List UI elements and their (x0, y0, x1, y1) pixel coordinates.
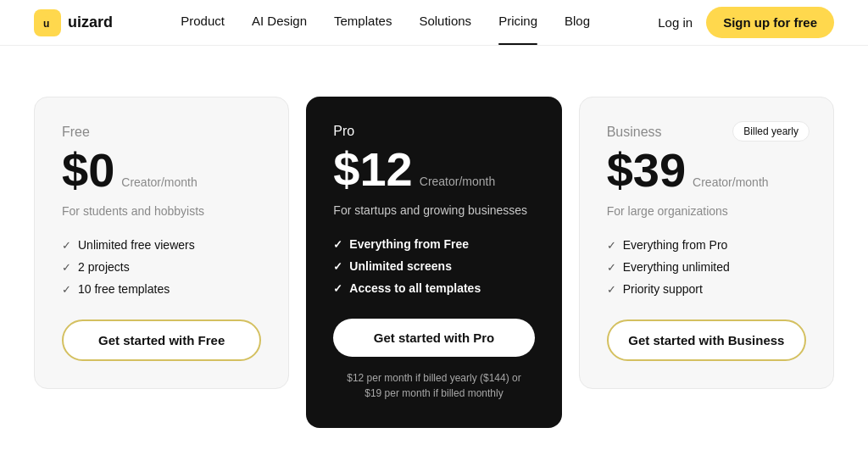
business-feature-2: ✓ Everything unlimited (607, 260, 806, 274)
pro-desc: For startups and growing businesses (333, 203, 534, 217)
free-period: Creator/month (121, 175, 197, 189)
pro-feature-2: ✓ Unlimited screens (333, 259, 534, 273)
plan-free: Free $0 Creator/month For students and h… (34, 97, 289, 389)
free-desc: For students and hobbyists (62, 204, 261, 218)
business-price: $39 (607, 147, 686, 194)
billed-yearly-badge: Billed yearly (732, 121, 810, 142)
check-icon: ✓ (607, 261, 616, 274)
business-price-row: $39 Creator/month (607, 147, 806, 194)
nav-pricing[interactable]: Pricing (498, 14, 537, 31)
nav-blog[interactable]: Blog (565, 14, 590, 31)
check-icon: ✓ (333, 238, 342, 251)
login-button[interactable]: Log in (658, 15, 693, 30)
logo-icon: u (34, 9, 61, 36)
free-plan-name: Free (62, 125, 261, 140)
plan-business: Billed yearly Business $39 Creator/month… (579, 97, 834, 389)
free-features: ✓ Unlimited free viewers ✓ 2 projects ✓ … (62, 238, 261, 296)
free-feature-2: ✓ 2 projects (62, 260, 261, 274)
svg-text:u: u (43, 18, 49, 30)
pro-period: Creator/month (420, 175, 495, 188)
pro-billing-note: $12 per month if billed yearly ($144) or… (333, 370, 534, 401)
nav-links: Product AI Design Templates Solutions Pr… (181, 14, 590, 31)
check-icon: ✓ (333, 260, 342, 273)
pricing-grid: Free $0 Creator/month For students and h… (34, 97, 834, 428)
pro-price-row: $12 Creator/month (333, 146, 534, 193)
business-period: Creator/month (693, 175, 768, 189)
business-feature-3: ✓ Priority support (607, 282, 806, 296)
check-icon: ✓ (607, 239, 616, 252)
business-desc: For large organizations (607, 204, 806, 218)
check-icon: ✓ (62, 283, 71, 296)
logo-text: uizard (68, 14, 113, 31)
nav-ai-design[interactable]: AI Design (252, 14, 307, 31)
free-price: $0 (62, 147, 114, 194)
main-content: Free $0 Creator/month For students and h… (0, 46, 868, 450)
free-cta-button[interactable]: Get started with Free (62, 319, 261, 361)
business-cta-button[interactable]: Get started with Business (607, 319, 806, 361)
nav-actions: Log in Sign up for free (658, 7, 834, 38)
business-features: ✓ Everything from Pro ✓ Everything unlim… (607, 238, 806, 296)
nav-solutions[interactable]: Solutions (419, 14, 471, 31)
pro-features: ✓ Everything from Free ✓ Unlimited scree… (333, 237, 534, 295)
nav-product[interactable]: Product (181, 14, 225, 31)
navbar: u uizard Product AI Design Templates Sol… (0, 0, 868, 46)
logo[interactable]: u uizard (34, 9, 113, 36)
check-icon: ✓ (333, 282, 342, 295)
pro-feature-1: ✓ Everything from Free (333, 237, 534, 251)
signup-button[interactable]: Sign up for free (706, 7, 834, 38)
business-feature-1: ✓ Everything from Pro (607, 238, 806, 252)
pro-plan-name: Pro (333, 124, 534, 139)
pro-cta-button[interactable]: Get started with Pro (333, 319, 534, 357)
free-feature-3: ✓ 10 free templates (62, 282, 261, 296)
check-icon: ✓ (62, 239, 71, 252)
check-icon: ✓ (607, 283, 616, 296)
free-price-row: $0 Creator/month (62, 147, 261, 194)
plan-pro: Pro $12 Creator/month For startups and g… (306, 97, 561, 428)
check-icon: ✓ (62, 261, 71, 274)
pro-feature-3: ✓ Access to all templates (333, 281, 534, 295)
nav-templates[interactable]: Templates (334, 14, 392, 31)
free-feature-1: ✓ Unlimited free viewers (62, 238, 261, 252)
pro-price: $12 (333, 146, 412, 193)
